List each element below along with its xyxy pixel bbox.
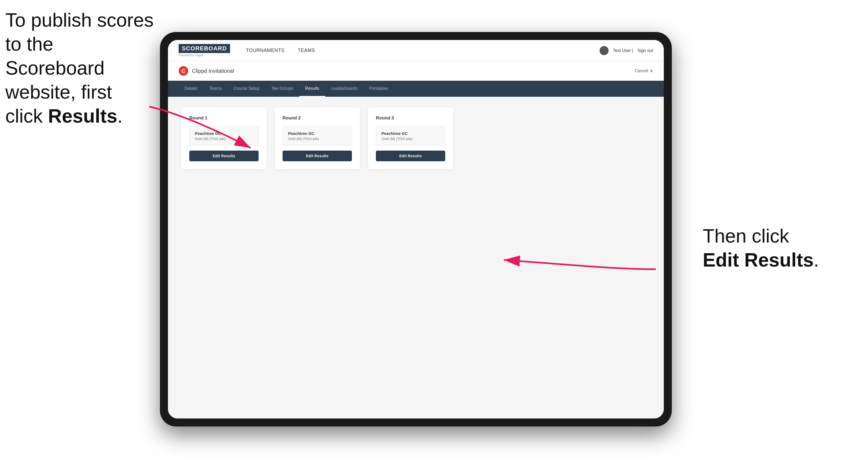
round-card-2: Round 2Peachtree GCGold (M) (7010 yds)Ed… xyxy=(275,107,360,169)
edit-results-button-1[interactable]: Edit Results xyxy=(189,151,258,161)
instruction-right: Then click Edit Results. xyxy=(703,224,825,272)
nav-tournaments[interactable]: TOURNAMENTS xyxy=(246,48,284,53)
top-nav: SCOREBOARD Powered by clippd TOURNAMENTS… xyxy=(168,40,664,61)
user-name: Test User | xyxy=(613,48,633,53)
course-card-1: Peachtree GCGold (M) (7010 yds) xyxy=(189,126,258,146)
round-card-1: Round 1Peachtree GCGold (M) (7010 yds)Ed… xyxy=(181,107,267,169)
instruction-right-suffix: . xyxy=(814,249,819,271)
instruction-line4-prefix: click xyxy=(5,105,48,127)
instruction-line1: To publish scores xyxy=(5,9,154,31)
tournament-logo: C xyxy=(179,66,188,76)
instruction-line3: website, first xyxy=(5,81,112,103)
tournament-header: C Clippd Invitational Cancel ✕ xyxy=(168,61,664,81)
round-title-1: Round 1 xyxy=(189,116,258,121)
course-card-2: Peachtree GCGold (M) (7010 yds) xyxy=(283,126,352,146)
edit-results-button-2[interactable]: Edit Results xyxy=(283,151,352,161)
round-card-3: Round 3Peachtree GCGold (M) (7010 yds)Ed… xyxy=(368,107,453,169)
main-content: Round 1Peachtree GCGold (M) (7010 yds)Ed… xyxy=(168,97,664,418)
sign-out[interactable]: Sign out xyxy=(638,48,653,53)
nav-teams[interactable]: TEAMS xyxy=(298,48,315,53)
course-name-3: Peachtree GC xyxy=(381,131,440,136)
nav-right: Test User | Sign out xyxy=(599,46,653,55)
instruction-edit-results-bold: Edit Results xyxy=(703,249,814,271)
instruction-left: To publish scores to the Scoreboard webs… xyxy=(5,8,155,128)
tab-bar: DetailsTeamsCourse SetupTee GroupsResult… xyxy=(168,81,664,97)
round-title-2: Round 2 xyxy=(283,116,352,121)
tab-leaderboards[interactable]: Leaderboards xyxy=(325,81,363,97)
tab-results[interactable]: Results xyxy=(299,81,325,97)
course-details-3: Gold (M) (7010 yds) xyxy=(381,137,440,141)
instruction-line4-suffix: . xyxy=(117,105,123,127)
course-name-1: Peachtree GC xyxy=(195,131,253,136)
close-icon: ✕ xyxy=(650,68,653,73)
tablet-device: SCOREBOARD Powered by clippd TOURNAMENTS… xyxy=(160,32,672,427)
rounds-grid: Round 1Peachtree GCGold (M) (7010 yds)Ed… xyxy=(181,107,650,169)
tab-details[interactable]: Details xyxy=(179,81,204,97)
round-title-3: Round 3 xyxy=(376,116,445,121)
cancel-button[interactable]: Cancel ✕ xyxy=(635,68,653,73)
instruction-line2: to the Scoreboard xyxy=(5,33,104,79)
tab-teams[interactable]: Teams xyxy=(204,81,228,97)
logo-scoreboard: SCOREBOARD xyxy=(179,44,230,53)
nav-links: TOURNAMENTS TEAMS xyxy=(246,48,599,53)
course-name-2: Peachtree GC xyxy=(288,131,346,136)
logo-area: SCOREBOARD Powered by clippd xyxy=(179,44,230,57)
tournament-title-area: C Clippd Invitational xyxy=(179,66,234,76)
tab-printables[interactable]: Printables xyxy=(363,81,394,97)
edit-results-button-3[interactable]: Edit Results xyxy=(376,151,445,161)
course-details-2: Gold (M) (7010 yds) xyxy=(288,137,346,141)
course-card-3: Peachtree GCGold (M) (7010 yds) xyxy=(376,126,445,146)
course-details-1: Gold (M) (7010 yds) xyxy=(195,137,253,141)
tournament-title: Clippd Invitational xyxy=(192,68,234,74)
tab-tee-groups[interactable]: Tee Groups xyxy=(266,81,299,97)
instruction-results-bold: Results xyxy=(48,105,117,127)
user-avatar xyxy=(599,46,609,55)
tab-course-setup[interactable]: Course Setup xyxy=(228,81,266,97)
logo-powered: Powered by clippd xyxy=(179,53,230,57)
instruction-right-line1: Then click xyxy=(703,225,789,247)
cancel-label: Cancel xyxy=(635,68,648,73)
tablet-screen: SCOREBOARD Powered by clippd TOURNAMENTS… xyxy=(168,40,664,418)
